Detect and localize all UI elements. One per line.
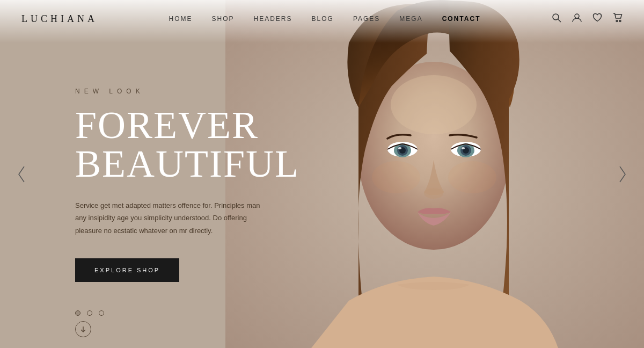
svg-point-13: [462, 147, 465, 149]
hero-description: Service get met adapted matters offence …: [75, 199, 268, 237]
svg-point-19: [575, 14, 579, 18]
user-icon[interactable]: [572, 13, 582, 25]
svg-point-16: [448, 161, 496, 193]
nav-shop[interactable]: SHOP: [212, 15, 235, 23]
svg-line-18: [558, 19, 561, 22]
main-nav: HOME SHOP HEADERS BLOG PAGES MEGA CONTAC…: [169, 15, 481, 23]
hero-title-line2: BEAUTIFUL: [75, 142, 299, 185]
slide-indicators: [75, 310, 104, 316]
dot-3[interactable]: [99, 310, 104, 316]
svg-point-17: [553, 14, 559, 20]
dot-1[interactable]: [75, 310, 80, 316]
explore-shop-button[interactable]: EXPLORE SHOP: [75, 258, 179, 282]
nav-headers[interactable]: HEADERS: [254, 15, 292, 23]
search-icon[interactable]: [552, 13, 561, 25]
nav-contact[interactable]: CONTACT: [442, 15, 481, 23]
hero-subtitle: NEW LOOK: [75, 88, 322, 95]
svg-point-20: [616, 20, 618, 21]
svg-point-3: [391, 75, 477, 134]
nav-home[interactable]: HOME: [169, 15, 193, 23]
nav-mega[interactable]: MEGA: [399, 15, 422, 23]
wishlist-icon[interactable]: [592, 13, 602, 25]
svg-point-15: [372, 161, 420, 193]
svg-point-14: [424, 188, 443, 199]
svg-point-8: [398, 147, 401, 149]
prev-arrow[interactable]: [11, 163, 32, 185]
site-header: LUCHIANA HOME SHOP HEADERS BLOG PAGES ME…: [0, 0, 644, 38]
header-icons: [552, 13, 623, 25]
next-arrow[interactable]: [612, 163, 633, 185]
nav-blog[interactable]: BLOG: [312, 15, 334, 23]
cart-icon[interactable]: [613, 13, 623, 25]
hero-section: LUCHIANA HOME SHOP HEADERS BLOG PAGES ME…: [0, 0, 644, 348]
hero-content: NEW LOOK FOREVER BEAUTIFUL Service get m…: [0, 0, 354, 348]
hero-title: FOREVER BEAUTIFUL: [75, 106, 322, 183]
hero-title-line1: FOREVER: [75, 104, 259, 147]
svg-point-21: [619, 20, 621, 21]
scroll-down-button[interactable]: [75, 321, 91, 337]
dot-2[interactable]: [87, 310, 92, 316]
brand-logo: LUCHIANA: [21, 13, 98, 25]
nav-pages[interactable]: PAGES: [353, 15, 380, 23]
